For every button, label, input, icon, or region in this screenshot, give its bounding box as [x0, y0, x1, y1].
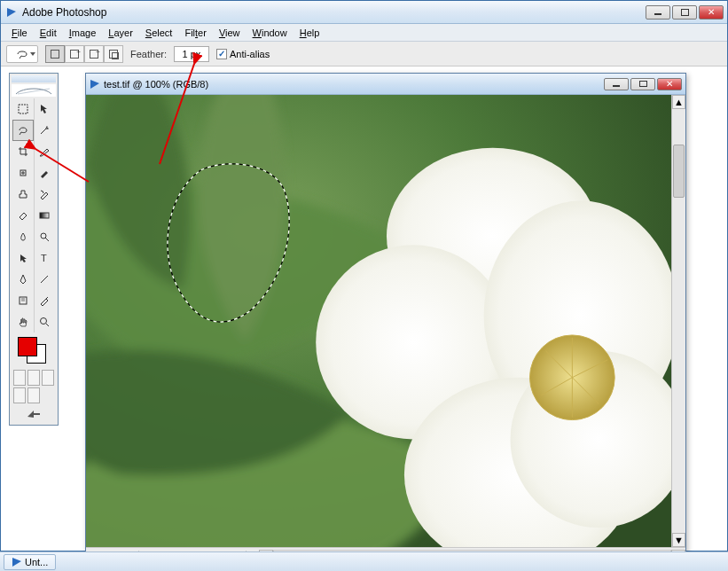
line-tool[interactable]	[34, 269, 55, 290]
fullscreen-button[interactable]	[42, 370, 54, 386]
photoshop-icon	[12, 557, 22, 567]
doc-maximize-button[interactable]	[630, 78, 655, 90]
move-tool[interactable]	[34, 98, 55, 120]
standard-edit-button[interactable]	[13, 387, 26, 403]
menu-file[interactable]: File	[6, 26, 33, 40]
menu-edit[interactable]: Edit	[35, 26, 62, 40]
selection-new[interactable]	[45, 45, 65, 63]
zoom-tool[interactable]	[34, 311, 55, 332]
jump-to-button[interactable]	[13, 405, 54, 421]
lasso-tool[interactable]	[12, 120, 34, 141]
taskbar-item-label: Unt...	[25, 557, 48, 567]
selection-add[interactable]	[65, 45, 84, 63]
doc-minimize-button[interactable]	[604, 78, 629, 90]
svg-rect-0	[681, 9, 688, 15]
history-brush-tool[interactable]	[34, 184, 55, 205]
options-bar: Feather: ✓ Anti-alias	[1, 42, 727, 66]
toolbox-header-icon	[12, 84, 56, 97]
menu-window[interactable]: Window	[247, 26, 293, 40]
svg-rect-3	[40, 213, 49, 218]
canvas-area[interactable]	[86, 95, 671, 547]
eraser-tool[interactable]	[12, 205, 34, 226]
app-title: Adobe Photoshop	[22, 6, 646, 19]
document-titlebar[interactable]: test.tif @ 100% (RGB/8) ✕	[86, 74, 685, 95]
menu-view[interactable]: View	[214, 26, 246, 40]
window-controls: ✕	[646, 5, 724, 20]
quickmask-button[interactable]	[27, 387, 40, 403]
menu-select[interactable]: Select	[140, 26, 178, 40]
photoshop-doc-icon	[90, 79, 100, 90]
crop-tool[interactable]	[12, 141, 34, 162]
gradient-tool[interactable]	[34, 205, 55, 226]
selection-mode-group	[45, 45, 123, 63]
taskbar-item[interactable]: Unt...	[4, 554, 56, 570]
pen-tool[interactable]	[12, 269, 34, 290]
antialias-label: Anti-alias	[230, 49, 270, 59]
menu-help[interactable]: Help	[294, 26, 325, 40]
color-swatches	[14, 335, 53, 367]
scroll-up-button[interactable]: ▲	[672, 95, 685, 109]
doc-window-controls: ✕	[604, 78, 682, 90]
lasso-tool-preset[interactable]	[6, 45, 38, 63]
svg-text:T: T	[41, 253, 47, 263]
tool-grid: T	[12, 98, 56, 332]
menu-filter[interactable]: Filter	[179, 26, 211, 40]
doc-close-button[interactable]: ✕	[657, 78, 682, 90]
check-icon: ✓	[216, 49, 227, 59]
maximize-button[interactable]	[672, 5, 697, 20]
marquee-tool[interactable]	[12, 98, 34, 120]
menu-layer[interactable]: Layer	[103, 26, 138, 40]
toolbox-grip[interactable]	[12, 75, 56, 82]
path-select-tool[interactable]	[12, 247, 34, 269]
selection-subtract[interactable]	[84, 45, 104, 63]
feather-input[interactable]	[174, 46, 209, 62]
stamp-tool[interactable]	[12, 184, 34, 205]
dodge-tool[interactable]	[34, 226, 55, 247]
brush-tool[interactable]	[34, 162, 55, 184]
standard-mode-button[interactable]	[13, 370, 26, 386]
menu-bar: File Edit Image Layer Select Filter View…	[1, 24, 727, 42]
slice-tool[interactable]	[34, 141, 55, 162]
magic-wand-tool[interactable]	[34, 120, 55, 141]
svg-rect-8	[639, 82, 646, 87]
hand-tool[interactable]	[12, 311, 34, 332]
minimize-button[interactable]	[646, 5, 670, 20]
feather-label: Feather:	[130, 49, 167, 59]
taskbar: Unt...	[0, 551, 728, 571]
screen-mode-row	[13, 370, 54, 386]
menu-image[interactable]: Image	[64, 26, 102, 40]
scroll-down-button[interactable]: ▼	[672, 533, 685, 547]
toolbox-panel[interactable]: T	[9, 73, 59, 426]
blur-tool[interactable]	[12, 226, 34, 247]
document-window: test.tif @ 100% (RGB/8) ✕	[85, 73, 686, 564]
photoshop-icon	[4, 5, 19, 20]
foreground-color-swatch[interactable]	[18, 337, 37, 356]
svg-point-7	[41, 318, 47, 325]
eyedropper-tool[interactable]	[34, 290, 55, 311]
close-button[interactable]: ✕	[699, 5, 724, 20]
vertical-scrollbar[interactable]: ▲ ▼	[671, 95, 685, 547]
svg-rect-1	[19, 105, 27, 113]
quickmask-row	[13, 387, 54, 403]
type-tool[interactable]: T	[34, 247, 55, 269]
antialias-checkbox[interactable]: ✓ Anti-alias	[216, 49, 270, 59]
document-title: test.tif @ 100% (RGB/8)	[90, 79, 604, 90]
document-image	[86, 95, 671, 547]
main-titlebar[interactable]: Adobe Photoshop ✕	[1, 1, 727, 24]
vscroll-thumb[interactable]	[673, 145, 685, 198]
selection-intersect[interactable]	[104, 45, 123, 63]
healing-brush-tool[interactable]	[12, 162, 34, 184]
fullscreen-menu-button[interactable]	[27, 370, 40, 386]
vscroll-track[interactable]	[672, 109, 685, 533]
notes-tool[interactable]	[12, 290, 34, 311]
